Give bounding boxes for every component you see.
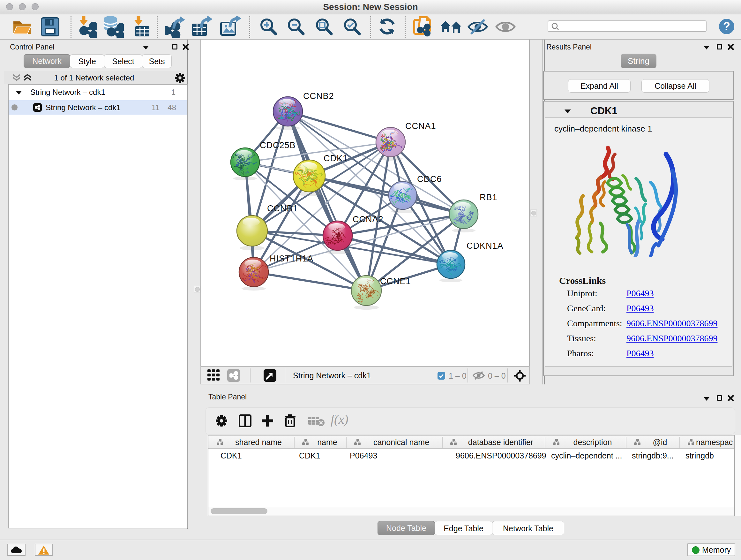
svg-text:CDC6: CDC6	[417, 174, 442, 184]
svg-text:CCNE1: CCNE1	[380, 276, 411, 286]
svg-text:CDK1: CDK1	[324, 153, 348, 163]
svg-text:CDKN1A: CDKN1A	[467, 241, 503, 251]
svg-text:HIST1H1A: HIST1H1A	[270, 254, 313, 263]
svg-text:CCNB1: CCNB1	[267, 204, 298, 213]
svg-text:CDC25B: CDC25B	[260, 140, 296, 150]
svg-text:CCNA2: CCNA2	[353, 214, 384, 224]
svg-text:CCNA1: CCNA1	[405, 121, 436, 131]
svg-text:RB1: RB1	[480, 192, 497, 202]
svg-text:CCNB2: CCNB2	[303, 91, 334, 101]
